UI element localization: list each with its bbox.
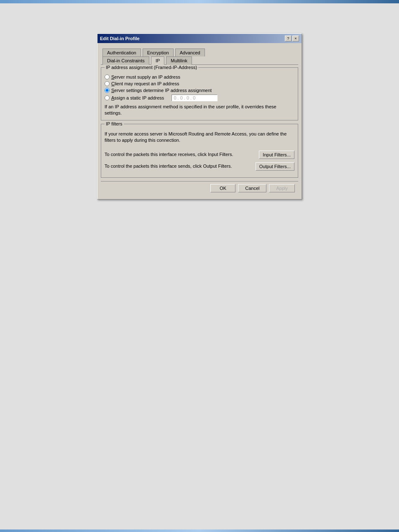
radio-row-static-ip: Assign a static IP address — [105, 95, 164, 100]
radio-row-server-settings: Server settings determine IP address ass… — [105, 88, 294, 93]
tab-dialin-constraints[interactable]: Dial-in Constraints — [102, 56, 149, 65]
title-bar-buttons: ? × — [285, 36, 299, 41]
tab-multilink[interactable]: Multilink — [166, 56, 192, 65]
help-button[interactable]: ? — [285, 36, 292, 41]
static-ip-input[interactable]: 0 . 0 . 0 . 0 — [171, 95, 217, 101]
ip-filters-section-label: IP filters — [105, 121, 124, 126]
radio-row-client-request: Client may request an IP address — [105, 81, 294, 86]
button-row: OK Cancel Apply — [101, 181, 298, 196]
radio-static-ip[interactable] — [105, 95, 110, 100]
radio-server-supply[interactable] — [105, 74, 110, 79]
tab-advanced[interactable]: Advanced — [175, 49, 205, 56]
ip-info-text: If an IP address assignment method is sp… — [105, 104, 294, 117]
edit-dialin-profile-dialog: Edit Dial-in Profile ? × Authentication … — [97, 33, 302, 200]
radio-client-request[interactable] — [105, 81, 110, 86]
ip-filters-section: IP filters If your remote access server … — [101, 124, 298, 178]
output-filter-row: To control the packets this interface se… — [105, 162, 294, 171]
input-filter-text: To control the packets this interface re… — [105, 151, 259, 158]
static-ip-row: Assign a static IP address 0 . 0 . 0 . 0 — [105, 95, 294, 101]
label-server-supply[interactable]: Server must supply an IP address — [111, 74, 180, 79]
ok-button[interactable]: OK — [210, 184, 235, 192]
dialog-title: Edit Dial-in Profile — [100, 36, 140, 41]
radio-server-settings[interactable] — [105, 88, 110, 93]
label-static-ip[interactable]: Assign a static IP address — [111, 95, 164, 100]
cancel-button[interactable]: Cancel — [238, 184, 266, 192]
label-server-settings[interactable]: Server settings determine IP address ass… — [111, 88, 212, 93]
input-filters-button[interactable]: Input Filters... — [259, 151, 294, 159]
ip-address-section: IP address assignment (Framed-IP-Address… — [101, 67, 298, 120]
radio-row-server-supply: Server must supply an IP address — [105, 74, 294, 79]
output-filter-text: To control the packets this interface se… — [105, 163, 256, 169]
title-bar: Edit Dial-in Profile ? × — [97, 34, 302, 43]
apply-button[interactable]: Apply — [269, 184, 295, 192]
tab-ip[interactable]: IP — [151, 56, 164, 65]
dialog-body: Authentication Encryption Advanced Dial-… — [97, 43, 302, 199]
input-filter-row: To control the packets this interface re… — [105, 151, 294, 159]
close-button[interactable]: × — [292, 36, 299, 41]
label-client-request[interactable]: Client may request an IP address — [111, 81, 179, 86]
tab-authentication[interactable]: Authentication — [102, 49, 141, 56]
output-filters-button[interactable]: Output Filters... — [256, 162, 294, 171]
ip-address-section-label: IP address assignment (Framed-IP-Address… — [105, 65, 198, 70]
ip-filters-description: If your remote access server is Microsof… — [105, 131, 294, 144]
tab-encryption[interactable]: Encryption — [143, 49, 174, 56]
